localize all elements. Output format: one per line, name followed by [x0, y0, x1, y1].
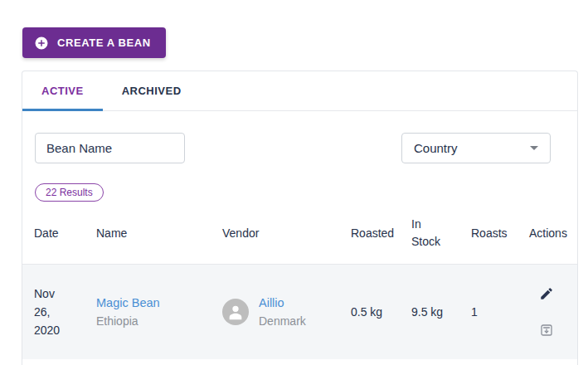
create-a-bean-button[interactable]: CREATE A BEAN	[22, 27, 166, 58]
tab-archived[interactable]: ARCHIVED	[103, 71, 201, 110]
beans-card: ACTIVE ARCHIVED Country 22 Results Date …	[22, 71, 578, 365]
col-header-roasts: Roasts	[471, 226, 529, 240]
vendor-location: Denmark	[259, 312, 306, 330]
table-header: Date Name Vendor Roasted In Stock Roasts…	[22, 202, 577, 264]
filters-row: Country	[22, 133, 577, 163]
row-roasted: 0.5 kg	[351, 305, 411, 319]
tab-active-label: ACTIVE	[41, 85, 84, 97]
country-select-value: Country	[414, 141, 458, 155]
plus-circle-icon	[34, 36, 49, 51]
chevron-down-icon	[530, 146, 538, 150]
vendor-link[interactable]: Aillio	[259, 294, 284, 312]
col-header-date: Date	[34, 226, 96, 240]
tabs-bar: ACTIVE ARCHIVED	[22, 71, 577, 111]
create-a-bean-label: CREATE A BEAN	[57, 36, 151, 49]
bean-name-input[interactable]	[35, 133, 185, 163]
col-header-in-stock: In Stock	[411, 216, 449, 251]
bean-management-page: CREATE A BEAN ACTIVE ARCHIVED Country 22…	[0, 0, 588, 365]
country-select[interactable]: Country	[401, 133, 551, 163]
row-in-stock: 9.5 kg	[411, 305, 471, 319]
edit-pencil-icon[interactable]	[539, 286, 554, 301]
tab-active[interactable]: ACTIVE	[22, 71, 103, 110]
col-header-roasted: Roasted	[351, 226, 411, 240]
col-header-vendor: Vendor	[222, 226, 351, 240]
vendor-avatar-person-icon	[222, 299, 249, 325]
col-header-name: Name	[96, 226, 222, 240]
row-roasts: 1	[471, 305, 529, 319]
col-header-actions: Actions	[529, 226, 570, 240]
tab-archived-label: ARCHIVED	[122, 85, 182, 97]
bean-origin: Ethiopia	[96, 312, 222, 330]
results-count-chip: 22 Results	[35, 183, 104, 202]
archive-box-icon[interactable]	[539, 323, 554, 338]
results-count-label: 22 Results	[46, 187, 93, 198]
table-row: Nov 26, 2020 Magic Bean Ethiopia Aillio …	[22, 264, 577, 359]
bean-name-link[interactable]: Magic Bean	[96, 294, 160, 312]
row-date: Nov 26, 2020	[34, 285, 70, 339]
